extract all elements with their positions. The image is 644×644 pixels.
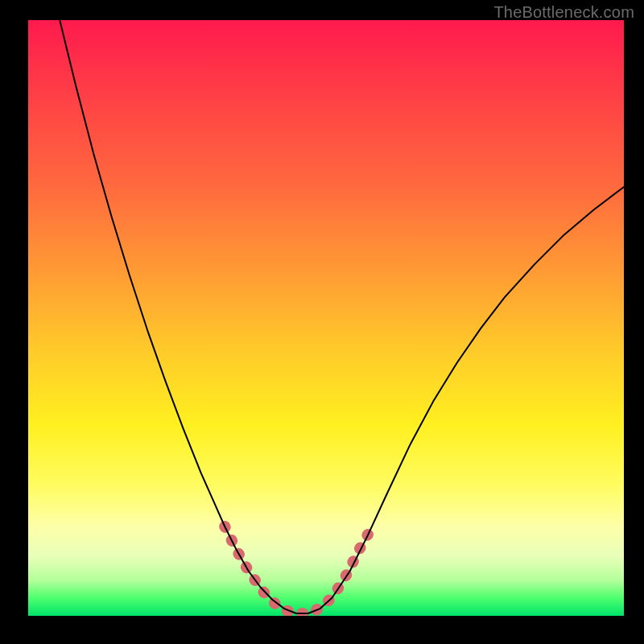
bottleneck-curve-svg — [28, 20, 624, 616]
plot-area — [28, 20, 624, 616]
chart-stage: TheBottleneck.com — [0, 0, 644, 644]
highlight-layer — [225, 526, 370, 613]
curve-layer — [60, 20, 624, 613]
bottleneck-curve — [60, 20, 624, 613]
minimum-band — [225, 526, 370, 613]
watermark-text: TheBottleneck.com — [493, 3, 634, 22]
